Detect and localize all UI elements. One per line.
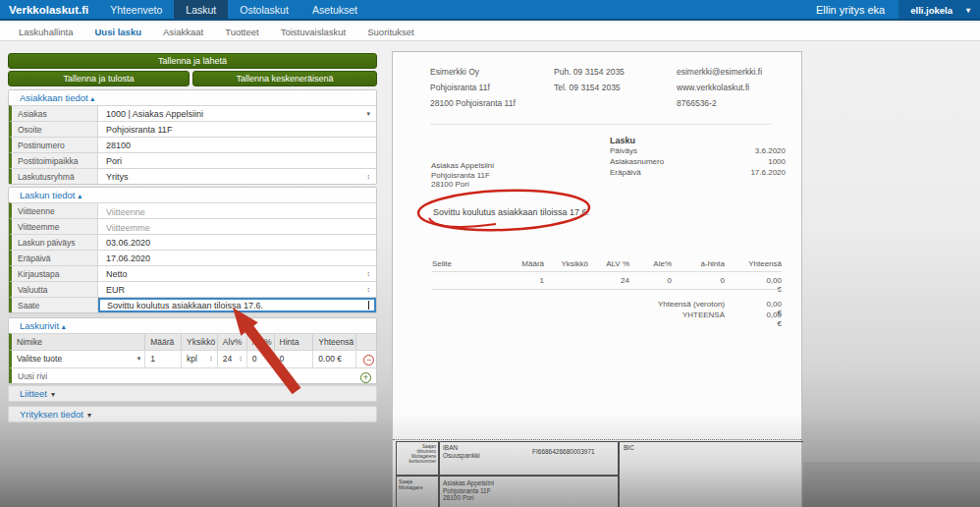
col-actions xyxy=(356,334,376,350)
save-draft-button[interactable]: Tallenna keskeneräisenä xyxy=(192,71,377,86)
our-reference-input[interactable] xyxy=(98,219,376,234)
field-asiakas: Asiakas 1000 | Asiakas Appelsiini▾ xyxy=(9,105,376,121)
field-saate: Saate Sovittu koulutus asiakkaan tiloiss… xyxy=(9,297,376,312)
invoice-meta-block: Lasku Päiväys3.6.2020 Asiakasnumero1000 … xyxy=(610,136,786,178)
seller-phone2: Tel. 09 3154 2035 xyxy=(554,80,625,95)
price-input[interactable]: 0 xyxy=(275,351,314,367)
city-field[interactable]: Pori xyxy=(98,153,376,168)
user-menu[interactable]: elli.jokela ▾ xyxy=(898,0,980,19)
updown-arrows-icon: ↕ xyxy=(239,354,246,367)
lines-section-header[interactable]: Laskurivit ▴ xyxy=(9,318,376,333)
subnav-suoritukset[interactable]: Suoritukset xyxy=(356,27,425,37)
tab-laskut[interactable]: Laskut xyxy=(174,0,228,19)
seller-city: 28100 Pohjoisranta 11f xyxy=(430,95,516,111)
dropdown-caret-icon: ▾ xyxy=(137,354,145,367)
remove-line-icon[interactable]: − xyxy=(363,355,374,366)
meta-label: Päiväys xyxy=(610,145,755,156)
product-select[interactable]: Valitse tuote▾ xyxy=(12,351,145,367)
bank-recipient-cell: Asiakas Appelsiini Pohjoisranta 11F 2810… xyxy=(439,476,619,507)
top-navbar: Verkkolaskut.fi Yhteenveto Laskut Ostola… xyxy=(0,0,980,21)
col-hinta: Hinta xyxy=(275,334,314,350)
postal-code-field[interactable]: 28100 xyxy=(98,138,376,152)
col-ale: Ale% xyxy=(247,334,275,350)
invoice-section-header[interactable]: Laskun tiedot ▴ xyxy=(9,188,376,202)
entry-method-select[interactable]: Netto↕ xyxy=(98,266,376,281)
recipient-name: Asiakas Appelsiini xyxy=(431,161,494,171)
tab-asetukset[interactable]: Asetukset xyxy=(300,0,369,19)
add-line-icon[interactable]: + xyxy=(360,372,371,383)
currency-select[interactable]: EUR↕ xyxy=(98,282,376,297)
pv-col-alv: ALV % xyxy=(606,259,629,268)
grand-total-label: YHTEENSÄ xyxy=(682,310,725,319)
seller-phone1: Puh. 09 3154 2035 xyxy=(554,64,625,80)
cover-note-text: Sovittu koulutus asiakkaan tiloissa 17.6… xyxy=(433,207,589,217)
subnav-toistuvaislaskut[interactable]: Toistuvaislaskut xyxy=(270,27,357,37)
subnav-tuotteet[interactable]: Tuotteet xyxy=(214,27,270,37)
bank-slip-dotted-border xyxy=(393,439,801,440)
expand-icon: ▾ xyxy=(47,390,55,399)
seller-web-block: esimerkki@esimerkki.fi www.verkkolaskut.… xyxy=(677,64,762,111)
col-nimike: Nimike xyxy=(12,334,145,350)
col-maara: Määrä xyxy=(145,334,182,350)
quantity-input[interactable]: 1 xyxy=(145,351,182,367)
field-valuutta: Valuutta EUR↕ xyxy=(9,281,376,297)
field-label: Asiakas xyxy=(12,106,98,121)
recipient-block: Asiakas Appelsiini Pohjoisranta 11F 2810… xyxy=(431,161,494,190)
field-label: Viitteemme xyxy=(12,219,98,234)
field-laskutusryhma: Laskutusryhmä Yritys↕ xyxy=(9,168,376,184)
meta-label: Eräpäivä xyxy=(610,167,750,178)
due-date-field[interactable]: 17.06.2020 xyxy=(98,251,376,265)
field-label: Osoite xyxy=(12,122,98,137)
pv-col-ahinta: á-hinta xyxy=(701,259,725,268)
subnav-laskuhallinta[interactable]: Laskuhallinta xyxy=(8,27,83,37)
address-field[interactable]: Pohjoisranta 11F xyxy=(98,122,376,137)
bank-account-label-cell: Saajan tilinumero Mottagarens kontonumme… xyxy=(396,441,439,476)
pv-row-total: 0,00 € xyxy=(762,276,782,294)
bank-recipient-address: Pohjoisranta 11F xyxy=(443,487,618,495)
invoice-date-field[interactable]: 03.06.2020 xyxy=(98,235,376,250)
unit-select[interactable]: kpl↕ xyxy=(182,351,218,367)
bank-recipient-label-cell: Saaja Mottagare xyxy=(396,476,439,507)
updown-arrows-icon: ↕ xyxy=(367,269,371,281)
field-laskun-paivays: Laskun päiväys 03.06.2020 xyxy=(9,234,376,250)
expand-icon: ▾ xyxy=(83,411,91,420)
header-divider xyxy=(430,124,772,125)
brand-logo[interactable]: Verkkolaskut.fi xyxy=(0,0,98,19)
customer-select[interactable]: 1000 | Asiakas Appelsiini▾ xyxy=(98,106,376,121)
customer-section-header[interactable]: Asiakkaan tiedot ▴ xyxy=(9,90,376,105)
field-label: Valuutta xyxy=(12,282,98,297)
your-reference-input[interactable] xyxy=(98,203,376,218)
vat-select[interactable]: 24↕ xyxy=(218,351,247,367)
tab-ostolaskut[interactable]: Ostolaskut xyxy=(228,0,300,19)
bank-iban-cell: IBAN Osuuspankki FI6686426680003971 xyxy=(439,441,619,476)
seller-business-id: 8766536-2 xyxy=(677,95,762,111)
tab-yhteenveto[interactable]: Yhteenveto xyxy=(98,0,174,19)
field-erapaiva: Eräpäivä 17.06.2020 xyxy=(9,250,376,265)
pv-col-yksikko: Yksikkö xyxy=(561,259,588,268)
corner-shade xyxy=(803,462,980,507)
invoice-details-section: Laskun tiedot ▴ Viitteenne Viitteemme La… xyxy=(8,187,377,313)
field-label: Postitoimipaikka xyxy=(12,153,98,168)
field-label: Eräpäivä xyxy=(12,251,98,265)
subnav-uusi-lasku[interactable]: Uusi lasku xyxy=(83,27,152,37)
user-name: elli.jokela xyxy=(910,5,953,19)
field-viitteemme: Viitteemme xyxy=(9,218,376,234)
save-and-print-button[interactable]: Tallenna ja tulosta xyxy=(8,71,190,86)
attachments-section-header[interactable]: Liitteet▾ xyxy=(8,385,377,402)
discount-input[interactable]: 0 xyxy=(247,351,275,367)
iban-number: FI6686426680003971 xyxy=(532,448,595,456)
save-and-send-button[interactable]: Tallenna ja lähetä xyxy=(8,53,377,69)
billing-group-select[interactable]: Yritys↕ xyxy=(98,169,376,184)
new-row-button[interactable]: Uusi rivi + xyxy=(9,367,376,383)
company-name: Ellin yritys eka xyxy=(816,0,898,19)
company-info-section-header[interactable]: Yrityksen tiedot▾ xyxy=(8,406,377,422)
subnav-asiakkaat[interactable]: Asiakkaat xyxy=(152,27,214,37)
cover-note-input[interactable]: Sovittu koulutus asiakkaan tiloissa 17.6… xyxy=(98,298,376,312)
recipient-address: Pohjoisranta 11F xyxy=(431,171,494,181)
collapse-icon: ▴ xyxy=(62,322,66,331)
field-osoite: Osoite Pohjoisranta 11F xyxy=(9,121,376,137)
field-label: Viitteenne xyxy=(12,203,98,218)
col-alv: Alv% xyxy=(218,334,247,350)
customer-section: Asiakkaan tiedot ▴ Asiakas 1000 | Asiaka… xyxy=(8,89,377,185)
field-label: Saate xyxy=(12,298,98,312)
